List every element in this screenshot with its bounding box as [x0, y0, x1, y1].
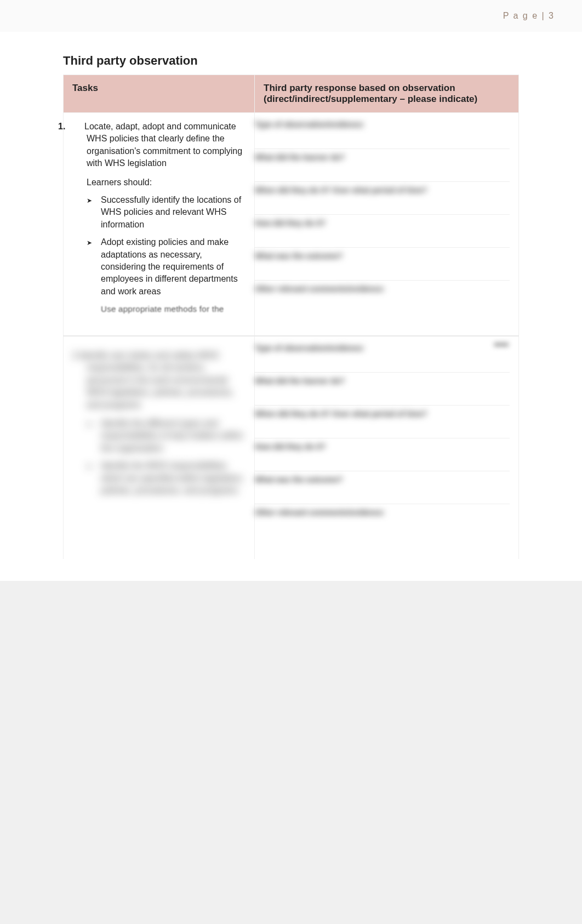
response-prompt-outcome: What was the outcome? [255, 471, 510, 504]
table-row: 2.Identify own duties and safety-WHS res… [64, 336, 519, 559]
response-prompt-type: Type of observation/evidence: [255, 116, 510, 149]
cutoff-text: Use appropriate methods for the [72, 303, 246, 315]
list-item: Identify the different types and respons… [87, 418, 246, 454]
content: Third party observation Tasks Third part… [0, 32, 582, 581]
prompt-label: Type of observation/evidence: [255, 120, 364, 129]
observation-table: Tasks Third party response based on obse… [63, 75, 519, 559]
tasks-cell: 1.Locate, adapt, adopt and communicate W… [64, 113, 255, 336]
response-prompt-other: Other relevant comments/evidence: [255, 504, 510, 559]
task-number: 1. [72, 121, 84, 133]
prompt-label: Type of observation/evidence: [255, 344, 364, 352]
list-item: Successfully identify the locations of W… [87, 194, 246, 231]
list-item: Identify the WHS responsibilities which … [87, 460, 246, 497]
prompt-label: What did the learner do? [255, 377, 345, 385]
task-main-text: Locate, adapt, adopt and communicate WHS… [84, 122, 242, 168]
task-main-blurred: 2.Identify own duties and safety-WHS res… [72, 350, 246, 411]
task-bullet-list: Successfully identify the locations of W… [72, 194, 246, 298]
prompt-label: Other relevant comments/evidence: [255, 284, 385, 293]
task-main-text: Identify own duties and safety-WHS respo… [79, 351, 233, 409]
response-prompt-type: Type of observation/evidence: [255, 340, 510, 373]
prompt-label: Other relevant comments/evidence: [255, 508, 385, 517]
table-header-row: Tasks Third party response based on obse… [64, 75, 519, 113]
prompt-label: What was the outcome? [255, 252, 343, 260]
task-main: 1.Locate, adapt, adopt and communicate W… [72, 121, 246, 170]
task-number: 2. [72, 351, 79, 360]
column-header-response: Third party response based on observatio… [255, 75, 519, 113]
prompt-label: When did they do it? Over what period of… [255, 409, 427, 418]
page: P a g e | 3 Third party observation Task… [0, 0, 582, 581]
task-bullet-list: Identify the different types and respons… [72, 418, 246, 497]
page-number: P a g e | 3 [503, 11, 555, 20]
cutoff-partial-text: Use appropriate methods for the [101, 304, 224, 313]
response-prompt-what: What did the learner do? [255, 149, 510, 182]
response-cell-blurred: ■■■■ Type of observation/evidence: What … [255, 336, 519, 559]
response-inner: Type of observation/evidence: What did t… [255, 113, 518, 335]
column-header-tasks: Tasks [64, 75, 255, 113]
section-title: Third party observation [63, 54, 519, 68]
blurred-task-content: 2.Identify own duties and safety-WHS res… [72, 344, 246, 507]
prompt-label: When did they do it? Over what period of… [255, 186, 427, 195]
response-cell: Type of observation/evidence: What did t… [255, 113, 519, 336]
response-prompt-how: How did they do it? [255, 215, 510, 248]
prompt-label: What did the learner do? [255, 153, 345, 162]
prompt-label: How did they do it? [255, 442, 326, 451]
response-inner: Type of observation/evidence: What did t… [255, 336, 518, 559]
list-item: Adopt existing policies and make adaptat… [87, 236, 246, 298]
learners-should-label: Learners should: [72, 176, 246, 189]
table-row: 1.Locate, adapt, adopt and communicate W… [64, 113, 519, 336]
page-header: P a g e | 3 [0, 0, 582, 32]
prompt-label: What was the outcome? [255, 475, 343, 484]
response-prompt-when: When did they do it? Over what period of… [255, 406, 510, 438]
prompt-label: How did they do it? [255, 219, 326, 227]
tasks-cell-blurred: 2.Identify own duties and safety-WHS res… [64, 336, 255, 559]
response-prompt-what: What did the learner do? [255, 373, 510, 406]
response-prompt-how: How did they do it? [255, 438, 510, 471]
task-list: 1.Locate, adapt, adopt and communicate W… [72, 121, 246, 315]
response-prompt-outcome: What was the outcome? [255, 248, 510, 281]
response-prompt-other: Other relevant comments/evidence: [255, 281, 510, 335]
response-prompt-when: When did they do it? Over what period of… [255, 182, 510, 215]
